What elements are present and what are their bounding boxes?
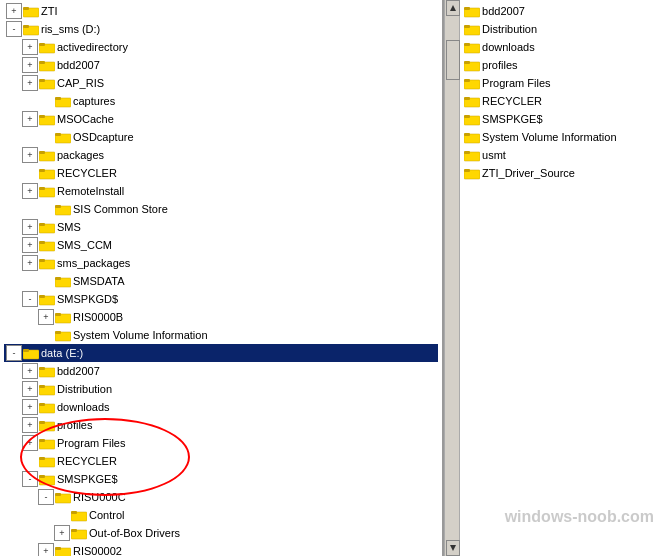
expand-icon-risu000c[interactable]: - bbox=[38, 489, 54, 505]
svg-rect-45 bbox=[39, 403, 45, 406]
right-tree-item-profiles_r[interactable]: profiles bbox=[460, 56, 664, 74]
folder-icon-smspkge bbox=[39, 472, 55, 486]
right-tree-item-bdd2007_r[interactable]: bdd2007 bbox=[460, 2, 664, 20]
item-label-program_files_e: Program Files bbox=[57, 437, 125, 449]
item-label-downloads_e: downloads bbox=[57, 401, 110, 413]
folder-icon-bdd2007_r bbox=[464, 4, 480, 18]
left-tree-item-packages[interactable]: + packages bbox=[4, 146, 438, 164]
scroll-down[interactable] bbox=[446, 540, 460, 556]
expand-icon-activedirectory[interactable]: + bbox=[22, 39, 38, 55]
expand-icon-sms[interactable]: + bbox=[22, 219, 38, 235]
right-tree-item-recycler_r[interactable]: RECYCLER bbox=[460, 92, 664, 110]
left-tree-item-distribution_e[interactable]: + Distribution bbox=[4, 380, 438, 398]
folder-icon-usmt_r bbox=[464, 148, 480, 162]
expand-icon-out_of_box[interactable]: + bbox=[54, 525, 70, 541]
item-label-sis_common_store: SIS Common Store bbox=[73, 203, 168, 215]
expand-icon-distribution_e[interactable]: + bbox=[22, 381, 38, 397]
item-label-svi_r: System Volume Information bbox=[482, 131, 617, 143]
svg-rect-57 bbox=[71, 511, 77, 514]
left-tree-item-sis_common_store[interactable]: SIS Common Store bbox=[4, 200, 438, 218]
right-tree-item-distribution_r[interactable]: Distribution bbox=[460, 20, 664, 38]
left-tree-item-control[interactable]: Control bbox=[4, 506, 438, 524]
svg-rect-47 bbox=[39, 421, 45, 424]
right-tree-item-program_files_r[interactable]: Program Files bbox=[460, 74, 664, 92]
expand-icon-cap_ris[interactable]: + bbox=[22, 75, 38, 91]
left-tree-item-activedirectory[interactable]: + activedirectory bbox=[4, 38, 438, 56]
left-tree-item-bdd2007_l[interactable]: + bdd2007 bbox=[4, 56, 438, 74]
left-tree-item-cap_ris[interactable]: + CAP_RIS bbox=[4, 74, 438, 92]
left-tree-item-program_files_e[interactable]: + Program Files bbox=[4, 434, 438, 452]
expand-icon-remoteinstall[interactable]: + bbox=[22, 183, 38, 199]
left-tree-item-downloads_e[interactable]: + downloads bbox=[4, 398, 438, 416]
svg-rect-31 bbox=[55, 277, 61, 280]
item-label-ris0000b: RIS0000B bbox=[73, 311, 123, 323]
left-tree-item-zti[interactable]: + ZTI bbox=[4, 2, 438, 20]
left-tree-item-sms_ccm[interactable]: + SMS_CCM bbox=[4, 236, 438, 254]
left-tree-item-ris0000b[interactable]: + RIS0000B bbox=[4, 308, 438, 326]
item-label-ris_sms: ris_sms (D:) bbox=[41, 23, 100, 35]
item-label-usmt_r: usmt bbox=[482, 149, 506, 161]
expand-icon-msocache[interactable]: + bbox=[22, 111, 38, 127]
folder-icon-packages bbox=[39, 148, 55, 162]
left-tree-item-recycler_e[interactable]: RECYCLER bbox=[4, 452, 438, 470]
expand-icon-smspkge[interactable]: - bbox=[22, 471, 38, 487]
left-tree-item-captures[interactable]: captures bbox=[4, 92, 438, 110]
left-tree-item-recycler_l[interactable]: RECYCLER bbox=[4, 164, 438, 182]
left-tree-item-smspkgd[interactable]: - SMSPKGD$ bbox=[4, 290, 438, 308]
item-label-downloads_r: downloads bbox=[482, 41, 535, 53]
left-tree-item-osdcapture[interactable]: OSDcapture bbox=[4, 128, 438, 146]
expand-icon-sms_ccm[interactable]: + bbox=[22, 237, 38, 253]
expand-icon-bdd2007_e[interactable]: + bbox=[22, 363, 38, 379]
left-tree-item-profiles_e[interactable]: + profiles bbox=[4, 416, 438, 434]
expand-icon-ris0002[interactable]: + bbox=[38, 543, 54, 556]
svg-rect-39 bbox=[23, 349, 29, 352]
svg-rect-81 bbox=[464, 115, 470, 118]
scrollbar[interactable] bbox=[444, 0, 460, 556]
left-tree-item-ris_sms[interactable]: - ris_sms (D:) bbox=[4, 20, 438, 38]
left-tree-item-remoteinstall[interactable]: + RemoteInstall bbox=[4, 182, 438, 200]
folder-icon-captures bbox=[55, 94, 71, 108]
left-tree-item-bdd2007_e[interactable]: + bdd2007 bbox=[4, 362, 438, 380]
left-tree-item-data_e[interactable]: - data (E:) bbox=[4, 344, 438, 362]
folder-icon-cap_ris bbox=[39, 76, 55, 90]
left-tree-item-smspkge[interactable]: - SMSPKGE$ bbox=[4, 470, 438, 488]
scroll-up[interactable] bbox=[446, 0, 460, 16]
item-label-bdd2007_e: bdd2007 bbox=[57, 365, 100, 377]
svg-rect-59 bbox=[71, 529, 77, 532]
right-tree-item-zti_driver_r[interactable]: ZTI_Driver_Source bbox=[460, 164, 664, 182]
expand-icon-bdd2007_l[interactable]: + bbox=[22, 57, 38, 73]
expand-icon-smspkgd[interactable]: - bbox=[22, 291, 38, 307]
scroll-thumb[interactable] bbox=[446, 40, 460, 80]
item-label-smspkge_r: SMSPKGE$ bbox=[482, 113, 543, 125]
left-tree-item-ris0002[interactable]: + RIS00002 bbox=[4, 542, 438, 556]
left-tree-item-svi_l2[interactable]: System Volume Information bbox=[4, 326, 438, 344]
folder-icon-profiles_e bbox=[39, 418, 55, 432]
left-tree-item-out_of_box[interactable]: + Out-of-Box Drivers bbox=[4, 524, 438, 542]
folder-icon-svi_r bbox=[464, 130, 480, 144]
expand-placeholder-osdcapture bbox=[38, 129, 54, 145]
expand-icon-program_files_e[interactable]: + bbox=[22, 435, 38, 451]
svg-rect-43 bbox=[39, 385, 45, 388]
expand-placeholder-sis_common_store bbox=[38, 201, 54, 217]
expand-icon-profiles_e[interactable]: + bbox=[22, 417, 38, 433]
svg-rect-73 bbox=[464, 43, 470, 46]
left-tree-item-sms[interactable]: + SMS bbox=[4, 218, 438, 236]
left-tree-item-msocache[interactable]: + MSOCache bbox=[4, 110, 438, 128]
folder-icon-smsdata bbox=[55, 274, 71, 288]
right-tree-item-smspkge_r[interactable]: SMSPKGE$ bbox=[460, 110, 664, 128]
expand-icon-sms_packages[interactable]: + bbox=[22, 255, 38, 271]
expand-icon-data_e[interactable]: - bbox=[6, 345, 22, 361]
expand-icon-ris0000b[interactable]: + bbox=[38, 309, 54, 325]
left-tree-item-smsdata[interactable]: SMSDATA bbox=[4, 272, 438, 290]
expand-icon-packages[interactable]: + bbox=[22, 147, 38, 163]
expand-icon-ris_sms[interactable]: - bbox=[6, 21, 22, 37]
svg-rect-21 bbox=[39, 187, 45, 190]
left-tree-item-sms_packages[interactable]: + sms_packages bbox=[4, 254, 438, 272]
right-tree-item-usmt_r[interactable]: usmt bbox=[460, 146, 664, 164]
right-tree-item-downloads_r[interactable]: downloads bbox=[460, 38, 664, 56]
expand-icon-zti[interactable]: + bbox=[6, 3, 22, 19]
expand-icon-downloads_e[interactable]: + bbox=[22, 399, 38, 415]
item-label-data_e: data (E:) bbox=[41, 347, 83, 359]
right-tree-item-svi_r[interactable]: System Volume Information bbox=[460, 128, 664, 146]
left-tree-item-risu000c[interactable]: - RISU000C bbox=[4, 488, 438, 506]
